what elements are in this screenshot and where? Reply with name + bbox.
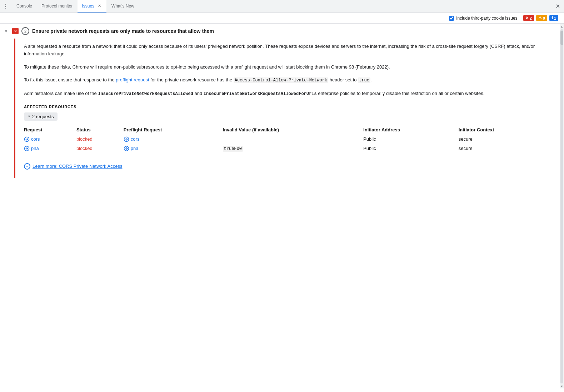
- row2-request-link[interactable]: pna: [24, 146, 72, 151]
- tab-whats-new[interactable]: What's New: [107, 0, 139, 12]
- row1-preflight: cors: [124, 135, 223, 144]
- requests-count-label: 2 requests: [32, 114, 54, 119]
- issue-description-4: Administrators can make use of the Insec…: [24, 90, 551, 97]
- requests-table: Request Status Preflight Request Invalid…: [24, 125, 551, 153]
- third-party-cookie-label[interactable]: Include third-party cookie issues: [449, 16, 517, 21]
- row1-status: blocked: [76, 135, 124, 144]
- row2-initiator-address: Public: [363, 144, 459, 153]
- issue-title: Ensure private network requests are only…: [32, 28, 214, 34]
- row1-request: cors: [24, 135, 76, 144]
- issue-description-1: A site requested a resource from a netwo…: [24, 43, 551, 58]
- issue-count-badge: 2: [21, 27, 29, 35]
- row1-preflight-link[interactable]: cors: [124, 136, 219, 142]
- row2-invalid-value: trueF00: [223, 144, 364, 153]
- col-request: Request: [24, 125, 76, 135]
- learn-more-link[interactable]: Learn more: CORS Private Network Access: [33, 164, 122, 169]
- row2-preflight-link[interactable]: pna: [124, 146, 219, 151]
- col-initiator-address: Initiator Address: [363, 125, 459, 135]
- error-count: 2: [530, 16, 532, 20]
- issue-description-3: To fix this issue, ensure that response …: [24, 76, 551, 84]
- issues-toolbar: Include third-party cookie issues ✕ 2 ⚠ …: [0, 13, 564, 24]
- tab-issues-close-icon[interactable]: ✕: [96, 3, 102, 9]
- error-icon: ✕: [525, 16, 529, 20]
- row1-preflight-label: cors: [131, 136, 140, 142]
- warning-count: 0: [543, 16, 545, 20]
- info-badge: ℹ 1: [549, 15, 558, 21]
- row1-initiator-address: Public: [363, 135, 459, 144]
- desc3-code1: Access-Control-Allow-Private-Network: [234, 77, 328, 83]
- tab-protocol-monitor-label: Protocol monitor: [41, 4, 73, 9]
- issue-body: A site requested a resource from a netwo…: [14, 39, 560, 178]
- row2-status: blocked: [76, 144, 124, 153]
- row2-request: pna: [24, 144, 76, 153]
- tab-console[interactable]: Console: [12, 0, 36, 12]
- info-count: 1: [554, 16, 556, 20]
- col-initiator-context: Initiator Context: [459, 125, 551, 135]
- issue-error-icon: ✕: [12, 28, 19, 34]
- issue-header[interactable]: ▼ ✕ 2 Ensure private network requests ar…: [0, 24, 560, 39]
- learn-more-arrow-icon: →: [24, 163, 30, 170]
- row1-request-label: cors: [31, 136, 40, 142]
- info-icon: ℹ: [551, 16, 553, 20]
- preflight-icon-2: [124, 146, 129, 151]
- desc4-suffix: enterprise policies to temporarily disab…: [317, 91, 485, 96]
- table-row: cors blocked cors: [24, 135, 551, 144]
- request-icon-2: [24, 146, 30, 151]
- col-preflight: Preflight Request: [124, 125, 223, 135]
- scroll-down-button[interactable]: ▼: [560, 384, 564, 388]
- col-invalid-value: Invalid Value (if available): [223, 125, 364, 135]
- tab-console-label: Console: [16, 4, 32, 9]
- third-party-cookie-checkbox[interactable]: [449, 16, 454, 21]
- issue-chevron-icon: ▼: [4, 29, 9, 33]
- desc3-end: .: [370, 77, 372, 82]
- row2-initiator-context: secure: [459, 144, 551, 153]
- desc3-suffix: for the private network resource has the: [149, 77, 234, 82]
- row2-preflight: pna: [124, 144, 223, 153]
- scroll-up-button[interactable]: ▲: [560, 24, 564, 29]
- affected-resources-label: AFFECTED RESOURCES: [24, 105, 551, 109]
- row2-request-label: pna: [31, 146, 39, 151]
- row1-initiator-context: secure: [459, 135, 551, 144]
- scrollbar[interactable]: ▲ ▼: [560, 24, 564, 388]
- row1-request-link[interactable]: cors: [24, 136, 72, 142]
- requests-toggle[interactable]: ▼ 2 requests: [24, 112, 58, 121]
- scroll-thumb[interactable]: [560, 31, 563, 45]
- row2-preflight-label: pna: [131, 146, 139, 151]
- issue-description-2: To mitigate these risks, Chrome will req…: [24, 64, 551, 71]
- desc3-suffix2: header set to: [328, 77, 358, 82]
- request-icon-1: [24, 136, 30, 142]
- col-status: Status: [76, 125, 124, 135]
- issues-content: ▼ ✕ 2 Ensure private network requests ar…: [0, 24, 560, 388]
- tab-bar: ⋮ Console Protocol monitor Issues ✕ What…: [0, 0, 564, 13]
- tab-protocol-monitor[interactable]: Protocol monitor: [37, 0, 77, 12]
- third-party-cookie-text: Include third-party cookie issues: [456, 16, 517, 21]
- devtools-close-button[interactable]: ✕: [553, 1, 563, 11]
- desc4-middle: and: [193, 91, 204, 96]
- tab-whats-new-label: What's New: [111, 4, 134, 9]
- table-header-row: Request Status Preflight Request Invalid…: [24, 125, 551, 135]
- desc4-code1: InsecurePrivateNetworkRequestsAllowed: [98, 91, 193, 96]
- desc3-code2: true: [358, 77, 370, 83]
- desc4-prefix: Administrators can make use of the: [24, 91, 98, 96]
- table-row: pna blocked pna: [24, 144, 551, 153]
- row1-invalid-value: [223, 135, 364, 144]
- requests-chevron-icon: ▼: [28, 115, 31, 118]
- warning-icon: ⚠: [538, 16, 542, 20]
- tab-issues-label: Issues: [82, 4, 94, 9]
- issue-badge-group: ✕ 2 ⚠ 0 ℹ 1: [523, 15, 558, 21]
- affected-resources-section: AFFECTED RESOURCES ▼ 2 requests Request …: [24, 105, 551, 153]
- learn-more-section: → Learn more: CORS Private Network Acces…: [24, 163, 551, 170]
- error-badge: ✕ 2: [523, 15, 534, 21]
- tab-issues[interactable]: Issues ✕: [78, 0, 106, 12]
- desc3-prefix: To fix this issue, ensure that response …: [24, 77, 116, 82]
- main-content: ▼ ✕ 2 Ensure private network requests ar…: [0, 24, 564, 388]
- scroll-track: [560, 29, 563, 383]
- warning-badge: ⚠ 0: [536, 15, 547, 21]
- preflight-icon-1: [124, 136, 129, 142]
- more-options-icon[interactable]: ⋮: [1, 2, 10, 11]
- desc4-code2: InsecurePrivateNetworkRequestsAllowedFor…: [204, 91, 317, 96]
- preflight-request-link[interactable]: preflight request: [116, 77, 149, 82]
